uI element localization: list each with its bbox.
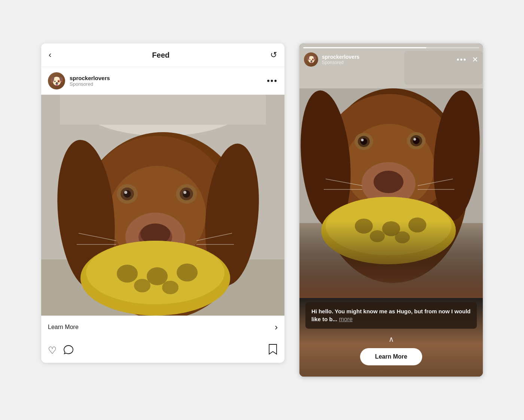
svg-point-13 [121, 188, 134, 200]
svg-point-15 [124, 191, 127, 194]
story-sponsored: Sponsored [322, 60, 457, 65]
svg-point-5 [86, 136, 228, 271]
refresh-button[interactable]: ↺ [270, 50, 277, 60]
svg-point-17 [180, 188, 193, 200]
learn-more-bar[interactable]: Learn More › [41, 316, 284, 338]
story-caption-box: Hi hello. You might know me as Hugo, but… [305, 302, 477, 329]
swipe-up-indicator: ∧ [305, 335, 477, 344]
back-button[interactable]: ‹ [49, 50, 51, 60]
svg-point-20 [80, 241, 230, 316]
feed-header: ‹ Feed ↺ [41, 43, 284, 67]
svg-point-22 [117, 265, 138, 283]
svg-point-18 [183, 190, 190, 198]
post-username: sprockerlovers [70, 75, 267, 81]
chevron-up-icon: ∧ [389, 335, 394, 344]
post-sponsored: Sponsored [70, 81, 267, 87]
story-learn-more-label: Learn More [375, 353, 407, 360]
svg-point-1 [80, 95, 245, 136]
svg-point-8 [200, 141, 265, 288]
more-options-button[interactable]: ••• [267, 77, 278, 85]
story-panel: 🐶 sprockerlovers Sponsored ••• ✕ [299, 43, 483, 377]
svg-point-25 [134, 279, 150, 292]
story-learn-more-button[interactable]: Learn More [360, 348, 422, 365]
comment-button[interactable] [63, 345, 74, 357]
actions-left: ♡ [48, 345, 74, 357]
post-actions: ♡ [41, 338, 284, 363]
post-meta: sprockerlovers Sponsored [70, 75, 267, 87]
svg-point-6 [109, 166, 206, 263]
svg-point-21 [86, 241, 225, 304]
story-progress-fill [303, 47, 426, 48]
svg-point-16 [176, 184, 197, 204]
feed-panel: ‹ Feed ↺ sprockerlovers Sponsored ••• [41, 43, 284, 363]
story-bottom: Hi hello. You might know me as Hugo, but… [299, 295, 483, 377]
main-container: ‹ Feed ↺ sprockerlovers Sponsored ••• [41, 43, 483, 377]
svg-point-7 [52, 137, 121, 292]
svg-point-11 [140, 223, 170, 244]
svg-rect-3 [41, 259, 284, 316]
story-image [299, 43, 483, 298]
svg-rect-0 [41, 95, 284, 316]
svg-rect-2 [60, 95, 266, 125]
story-progress-bar [303, 47, 479, 48]
feed-post-header: sprockerlovers Sponsored ••• [41, 67, 284, 95]
story-username: sprockerlovers [322, 54, 457, 60]
avatar [48, 72, 65, 89]
svg-rect-61 [299, 43, 483, 298]
feed-post-image [41, 95, 284, 316]
story-close-button[interactable]: ✕ [472, 55, 478, 64]
story-more-options-button[interactable]: ••• [457, 55, 467, 64]
svg-point-24 [177, 264, 198, 281]
learn-more-label: Learn More [48, 324, 79, 331]
story-header: 🐶 sprockerlovers Sponsored ••• ✕ [299, 49, 483, 70]
svg-point-9 [125, 213, 185, 261]
feed-title: Feed [152, 51, 170, 60]
story-avatar: 🐶 [304, 52, 318, 67]
bookmark-button[interactable] [268, 344, 278, 357]
svg-point-19 [183, 191, 186, 194]
story-caption-text: Hi hello. You might know me as Hugo, but… [311, 308, 470, 323]
svg-point-14 [124, 190, 131, 198]
svg-line-29 [196, 233, 232, 241]
svg-point-12 [117, 184, 138, 204]
svg-point-10 [138, 224, 172, 250]
story-caption-more[interactable]: more [339, 316, 353, 322]
chevron-right-icon: › [275, 322, 278, 332]
svg-point-26 [162, 281, 179, 294]
svg-point-4 [77, 132, 249, 316]
like-button[interactable]: ♡ [48, 345, 57, 357]
svg-line-27 [79, 233, 116, 241]
story-meta: sprockerlovers Sponsored [322, 54, 457, 65]
svg-point-23 [147, 267, 168, 285]
